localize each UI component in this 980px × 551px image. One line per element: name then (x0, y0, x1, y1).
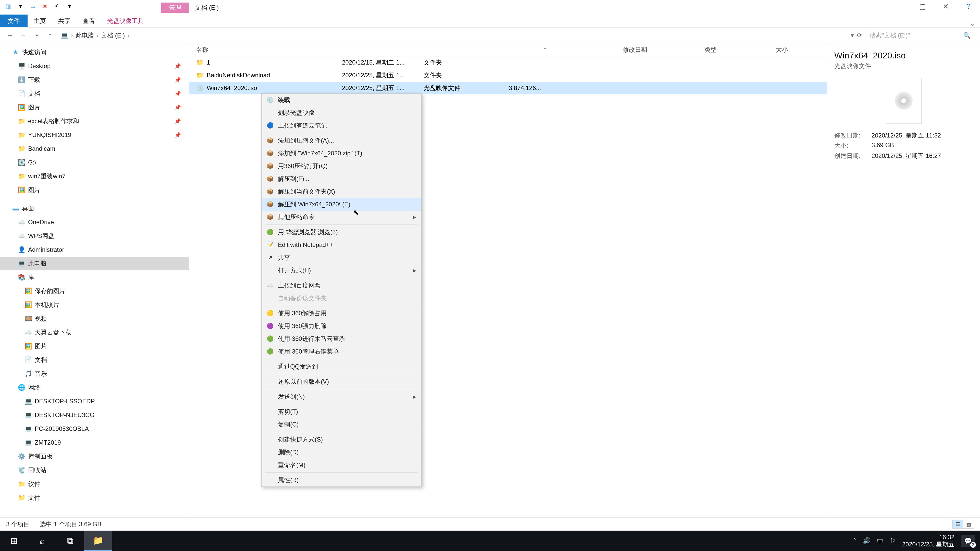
maximize-button[interactable]: ▢ (911, 1, 934, 11)
tree-desktop[interactable]: ▬桌面 (0, 202, 189, 215)
back-button[interactable]: ← (5, 30, 15, 41)
tree-item[interactable]: 📁win7重装win7 (0, 169, 189, 183)
menu-item[interactable]: 📦解压到(F)... (262, 172, 422, 185)
ribbon-tab-share[interactable]: 共享 (52, 14, 76, 27)
menu-item[interactable]: 📦解压到 Win7x64_2020\ (E) (262, 198, 422, 211)
chevron-right-icon[interactable]: › (97, 32, 99, 39)
menu-item[interactable]: 发送到(N)▸ (262, 390, 422, 403)
menu-item[interactable]: 📦添加到 "Win7x64_2020.zip" (T) (262, 147, 422, 160)
tree-item[interactable]: 💻DESKTOP-NJEU3CG (0, 408, 189, 422)
tree-item[interactable]: 🖥️Desktop📌 (0, 59, 189, 73)
menu-item[interactable]: 还原以前的版本(V) (262, 375, 422, 388)
menu-item[interactable]: 刻录光盘映像 (262, 106, 422, 119)
menu-item[interactable]: 🟡使用 360解除占用 (262, 307, 422, 320)
tree-item[interactable]: 🖼️图片 (0, 339, 189, 353)
column-name[interactable]: 名称 (189, 46, 342, 54)
column-headers[interactable]: 名称 ˄ 修改日期 类型 大小 (189, 43, 827, 56)
tree-item[interactable]: 🎵音乐 (0, 367, 189, 381)
tree-item[interactable]: 📁excel表格制作求和📌 (0, 114, 189, 128)
close-button[interactable]: ✕ (934, 1, 957, 11)
tree-item[interactable]: 📁YUNQISHI2019📌 (0, 128, 189, 142)
ribbon-tab-disc-tools[interactable]: 光盘映像工具 (101, 14, 150, 27)
column-date[interactable]: 修改日期 (623, 46, 704, 54)
menu-item[interactable]: 通过QQ发送到 (262, 360, 422, 373)
tree-item[interactable]: 💻ZMT2019 (0, 436, 189, 449)
tree-item[interactable]: 🗑️回收站 (0, 463, 189, 477)
file-tab[interactable]: 文件 (0, 14, 27, 27)
search-icon[interactable]: 🔍 (963, 32, 971, 39)
up-button[interactable]: ↑ (45, 30, 55, 41)
tree-item[interactable]: 💽G:\ (0, 156, 189, 169)
tree-item[interactable]: ☁️WPS网盘 (0, 229, 189, 243)
menu-item[interactable]: 🟢使用 360进行木马云查杀 (262, 332, 422, 345)
menu-item[interactable]: 📦添加到压缩文件(A)... (262, 134, 422, 147)
volume-icon[interactable]: 🔊 (863, 537, 870, 545)
tree-item[interactable]: 🖼️图片 (0, 183, 189, 197)
breadcrumb-item[interactable]: 此电脑 (76, 32, 94, 40)
taskbar-explorer[interactable]: 📁 (84, 530, 112, 551)
menu-item[interactable]: 创建快捷方式(S) (262, 433, 422, 446)
task-view-button[interactable]: ⧉ (56, 530, 84, 551)
menu-item[interactable]: 重命名(M) (262, 459, 422, 472)
menu-item[interactable]: 剪切(T) (262, 405, 422, 418)
file-row[interactable]: 💿Win7x64_2020.iso2020/12/25, 星期五 1...光盘映… (189, 82, 827, 94)
tree-item[interactable]: 📄文档 (0, 353, 189, 367)
view-icons-button[interactable]: ▦ (963, 520, 974, 529)
menu-item[interactable]: 📦解压到当前文件夹(X) (262, 185, 422, 198)
context-tab-manage[interactable]: 管理 (161, 3, 189, 13)
ribbon-tab-home[interactable]: 主页 (27, 14, 52, 27)
tree-item[interactable]: ⚙️控制面板 (0, 449, 189, 463)
qat-more-icon[interactable]: ▾ (64, 2, 75, 11)
tree-item[interactable]: 📁软件 (0, 477, 189, 491)
menu-item[interactable]: 🟢用 蜂蜜浏览器 浏览(3) (262, 226, 422, 238)
properties-icon[interactable]: ▭ (27, 2, 38, 11)
menu-item[interactable]: 💿装载 (262, 94, 422, 106)
tree-item[interactable]: 🖼️保存的图片 (0, 284, 189, 298)
forward-button[interactable]: → (18, 30, 29, 41)
menu-item[interactable]: 删除(D) (262, 446, 422, 459)
tree-item[interactable]: ☁️OneDrive (0, 215, 189, 229)
tree-item[interactable]: 💻此电脑 (0, 257, 189, 270)
tree-item[interactable]: 📄文档📌 (0, 87, 189, 100)
tree-quick-access[interactable]: ★快速访问 (0, 45, 189, 59)
undo-icon[interactable]: ↶ (52, 2, 62, 11)
start-button[interactable]: ⊞ (0, 530, 28, 551)
menu-item[interactable]: 📝Edit with Notepad++ (262, 238, 422, 251)
breadcrumb[interactable]: 💻 › 此电脑 › 文档 (E:) › (58, 32, 848, 40)
help-button[interactable]: ? (957, 1, 980, 11)
menu-item[interactable]: ☁️上传到百度网盘 (262, 279, 422, 292)
chevron-right-icon[interactable]: › (71, 32, 73, 39)
ime-indicator[interactable]: 中 (877, 537, 883, 545)
menu-item[interactable]: ↗共享 (262, 251, 422, 264)
tree-item[interactable]: 🖼️图片📌 (0, 100, 189, 114)
menu-item[interactable]: 打开方式(H)▸ (262, 264, 422, 277)
clock[interactable]: 16:32 2020/12/25, 星期五 (902, 534, 955, 548)
menu-item[interactable]: 🟣使用 360强力删除 (262, 320, 422, 332)
tree-item[interactable]: 📁Bandicam (0, 142, 189, 156)
breadcrumb-item[interactable]: 文档 (E:) (101, 32, 125, 40)
delete-icon[interactable]: ✖ (40, 2, 50, 11)
refresh-icon[interactable]: ⟳ (857, 32, 862, 39)
navigation-tree[interactable]: ★快速访问 🖥️Desktop📌⬇️下载📌📄文档📌🖼️图片📌📁excel表格制作… (0, 43, 189, 517)
qat-dropdown-icon[interactable]: ▾ (15, 2, 25, 11)
address-dropdown-icon[interactable]: ▾ (851, 32, 854, 39)
tree-item[interactable]: 📁文件 (0, 491, 189, 505)
search-input[interactable]: 搜索"文档 (E:)" 🔍 (865, 30, 975, 41)
security-icon[interactable]: ⚐ (890, 537, 896, 545)
file-row[interactable]: 📁BaiduNetdiskDownload2020/12/25, 星期五 1..… (189, 69, 827, 82)
recent-dropdown[interactable]: ▾ (32, 30, 42, 41)
menu-item[interactable]: 🟢使用 360管理右键菜单 (262, 345, 422, 358)
menu-item[interactable]: 🔵上传到有道云笔记 (262, 119, 422, 132)
column-type[interactable]: 类型 (704, 46, 776, 54)
tree-item[interactable]: 💻PC-20190530OBLA (0, 422, 189, 436)
minimize-button[interactable]: — (888, 1, 911, 11)
tree-item[interactable]: 💻DESKTOP-LSSOEDP (0, 394, 189, 408)
ribbon-collapse-icon[interactable]: ⌄ (970, 20, 980, 27)
tree-item[interactable]: ☁️天翼云盘下载 (0, 326, 189, 339)
tree-item[interactable]: 📚库 (0, 270, 189, 284)
view-details-button[interactable]: ☰ (953, 520, 963, 529)
tree-item[interactable]: 🎞️视频 (0, 312, 189, 326)
menu-item[interactable]: 复制(C) (262, 418, 422, 431)
tree-item[interactable]: 👤Administrator (0, 243, 189, 257)
tree-network[interactable]: 🌐网络 (0, 381, 189, 394)
